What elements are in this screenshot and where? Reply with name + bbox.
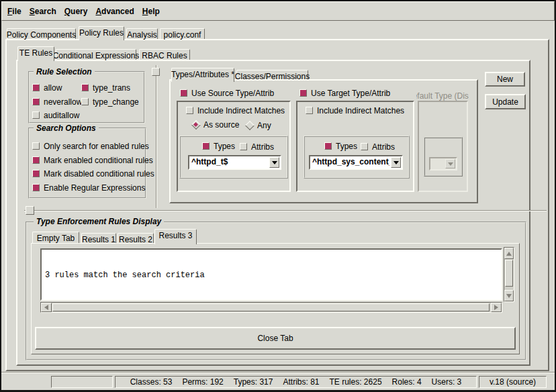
source-types-checkbox[interactable] <box>202 142 210 150</box>
any-radio[interactable] <box>246 121 253 129</box>
results-vertical-scrollbar[interactable] <box>504 247 514 302</box>
target-attribs-option: Attribs <box>361 142 395 151</box>
allow-checkbox[interactable] <box>32 84 40 91</box>
use-target-label: Use Target Type/Attrib <box>311 89 390 98</box>
target-indirect-checkbox[interactable] <box>306 107 313 114</box>
regex-checkbox[interactable] <box>32 184 40 191</box>
vertical-scroll-track[interactable] <box>504 259 514 290</box>
type-trans-checkbox[interactable] <box>81 84 89 91</box>
auditallow-checkbox[interactable] <box>32 111 40 119</box>
tab-analysis[interactable]: Analysis <box>126 28 158 39</box>
mark-enabled-checkbox[interactable] <box>32 156 40 164</box>
chevron-down-icon[interactable] <box>269 157 279 168</box>
menu-file[interactable]: File <box>3 5 26 17</box>
target-types-checkbox[interactable] <box>324 142 332 150</box>
menu-help[interactable]: Help <box>138 5 164 17</box>
source-indirect-checkbox[interactable] <box>186 107 193 114</box>
source-types-label: Types <box>214 142 235 151</box>
type-change-option: type_change <box>81 97 139 106</box>
tab-results-3[interactable]: Results 3 <box>154 229 197 244</box>
tab-results-1[interactable]: Results 1 <box>81 233 116 243</box>
neverallow-label: neverallow <box>44 97 82 107</box>
stat-perms: Perms: 192 <box>182 377 223 387</box>
regex-label: Enable Regular Expressions <box>44 183 145 193</box>
vertical-sash[interactable] <box>156 65 157 208</box>
horizontal-sash-handle[interactable] <box>26 206 34 215</box>
tab-policy-rules[interactable]: Policy Rules <box>79 26 124 40</box>
target-types-label: Types <box>336 142 357 151</box>
search-options-title: Search Options <box>34 124 99 133</box>
horizontal-scroll-track[interactable] <box>52 303 491 312</box>
auditallow-option: auditallow <box>32 111 79 119</box>
arrow-down-icon[interactable] <box>504 290 514 301</box>
enabled-rules-checkbox[interactable] <box>32 142 40 150</box>
neverallow-checkbox[interactable] <box>32 98 40 105</box>
tab-classes-permissions[interactable]: Classes/Permissions <box>236 70 308 79</box>
stat-roles: Roles: 4 <box>392 377 422 387</box>
use-source-option: Use Source Type/Attrib <box>180 89 274 97</box>
menu-query[interactable]: Query <box>60 5 92 17</box>
source-attribs-label: Attribs <box>251 142 274 152</box>
tab-te-rules[interactable]: TE Rules <box>17 46 54 61</box>
arrow-left-icon[interactable] <box>41 303 52 312</box>
default-type-label: Default Type (Disabled) <box>416 91 469 101</box>
auditallow-label: auditallow <box>44 111 79 120</box>
tab-conditional-expressions[interactable]: Conditional Expressions <box>56 49 136 60</box>
use-source-label: Use Source Type/Attrib <box>191 89 274 98</box>
menu-search[interactable]: Search <box>26 5 60 17</box>
arrow-up-icon[interactable] <box>504 248 514 259</box>
mark-enabled-option: Mark enabled conditional rules <box>32 156 153 164</box>
allow-option: allow <box>32 83 62 92</box>
use-source-checkbox[interactable] <box>180 89 187 97</box>
menu-advanced[interactable]: Advanced <box>91 5 138 17</box>
tab-rbac-rules[interactable]: RBAC Rules <box>139 49 190 60</box>
type-trans-label: type_trans <box>93 83 130 93</box>
as-source-option: As source <box>192 120 239 129</box>
type-change-checkbox[interactable] <box>81 98 89 105</box>
target-type-value[interactable]: ^httpd_sys_content_t$ <box>312 157 389 166</box>
policy-stats: Classes: 53 Perms: 192 Types: 317 Attrib… <box>130 377 462 387</box>
status-version-cell: v.18 (source) <box>479 376 547 388</box>
source-attribs-option: Attribs <box>240 142 274 151</box>
close-tab-button[interactable]: Close Tab <box>35 327 516 350</box>
results-text-area[interactable]: 3 rules match the search criteria (5822)… <box>40 248 502 301</box>
chevron-down-icon <box>445 159 455 168</box>
target-attribs-checkbox[interactable] <box>361 143 368 150</box>
neverallow-option: neverallow <box>32 97 82 106</box>
enabled-rules-label: Only search for enabled rules <box>44 142 149 151</box>
tab-policy-components[interactable]: Policy Components <box>7 28 76 39</box>
tab-empty-tab[interactable]: Empty Tab <box>32 232 79 243</box>
vertical-scroll-thumb[interactable] <box>505 260 513 287</box>
any-label: Any <box>257 121 271 130</box>
mark-disabled-label: Mark disabled conditional rules <box>44 169 154 179</box>
source-type-combobox[interactable]: ^httpd_t$ <box>188 155 281 170</box>
vertical-sash-handle[interactable] <box>152 68 160 76</box>
horizontal-sash[interactable] <box>24 210 547 211</box>
type-change-label: type_change <box>93 97 139 107</box>
as-source-radio[interactable] <box>192 121 199 128</box>
default-type-combobox <box>429 157 457 170</box>
allow-label: allow <box>44 83 62 93</box>
tab-types-attributes[interactable]: Types/Attributes * <box>171 68 234 82</box>
use-target-checkbox[interactable] <box>299 89 307 97</box>
target-attribs-label: Attribs <box>372 142 395 152</box>
arrow-right-icon[interactable] <box>491 303 502 312</box>
new-button[interactable]: New <box>485 72 525 87</box>
source-type-value[interactable]: ^httpd_t$ <box>191 157 268 166</box>
update-button[interactable]: Update <box>485 94 526 109</box>
target-types-option: Types <box>324 142 357 150</box>
source-indirect-label: Include Indirect Matches <box>197 106 285 115</box>
tab-policy-conf[interactable]: policy.conf <box>160 28 205 39</box>
horizontal-scroll-thumb[interactable] <box>52 303 490 311</box>
status-stats-cell: Classes: 53 Perms: 192 Types: 317 Attrib… <box>115 376 477 388</box>
source-attribs-checkbox[interactable] <box>240 143 247 150</box>
target-type-combobox[interactable]: ^httpd_sys_content_t$ <box>309 155 403 170</box>
statusbar: Classes: 53 Perms: 192 Types: 317 Attrib… <box>1 372 555 390</box>
any-option: Any <box>246 121 271 130</box>
mark-disabled-checkbox[interactable] <box>32 170 40 177</box>
tab-results-2[interactable]: Results 2 <box>118 233 154 243</box>
mark-enabled-label: Mark enabled conditional rules <box>44 156 153 165</box>
chevron-down-icon[interactable] <box>391 157 401 168</box>
menubar: File Search Query Advanced Help <box>1 1 555 21</box>
results-horizontal-scrollbar[interactable] <box>40 302 502 313</box>
